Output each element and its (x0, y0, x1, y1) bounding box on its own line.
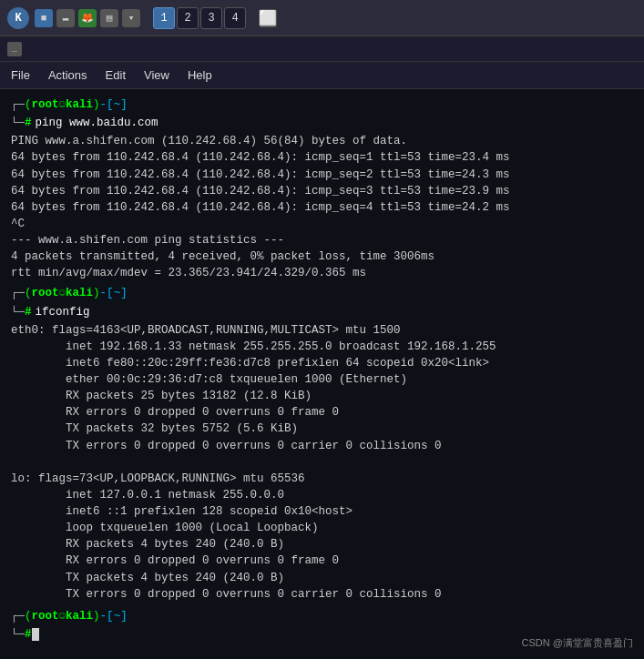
bracket-open-2: [ (107, 285, 114, 301)
hash-1: # (25, 115, 32, 131)
tab-2[interactable]: 2 (177, 7, 199, 29)
paren-open-3: ( (25, 608, 32, 624)
menu-actions[interactable]: Actions (48, 68, 87, 82)
host-3: kali (66, 608, 93, 624)
ifc-eth0-rx-errors: RX errors 0 dropped 0 overruns 0 frame 0 (11, 404, 633, 421)
ifc-eth0-inet6: inet6 fe80::20c:29ff:fe36:d7c8 prefixlen… (11, 355, 633, 371)
at-2: ☺ (59, 285, 66, 301)
ifc-lo-tx-errors: TX errors 0 dropped 0 overruns 0 carrier… (11, 586, 633, 603)
tab-1[interactable]: 1 (153, 7, 175, 29)
watermark: CSDN @满堂富贵喜盈门 (522, 636, 633, 650)
ping-output-3: 64 bytes from 110.242.68.4 (110.242.68.4… (11, 183, 633, 199)
ifc-lo-rx-errors: RX errors 0 dropped 0 overruns 0 frame 0 (11, 553, 633, 569)
ping-output-2: 64 bytes from 110.242.68.4 (110.242.68.4… (11, 167, 633, 183)
host-2: kali (66, 285, 93, 301)
icon-3[interactable]: 🦊 (78, 9, 97, 27)
ping-output-1: 64 bytes from 110.242.68.4 (110.242.68.4… (11, 149, 633, 166)
hash-3: # (25, 626, 32, 643)
terminal-content[interactable]: ┌─ ( root ☺ kali ) - [ ~ ] └─ # ping www… (0, 89, 644, 659)
ping-ctrl-c: ^C (11, 216, 633, 232)
tilde-2: ~ (114, 285, 121, 301)
terminal-top-bar: _ (0, 36, 644, 62)
icon-right[interactable]: ⬜ (259, 9, 277, 27)
ifc-eth0-ether: ether 00:0c:29:36:d7:c8 txqueuelen 1000 … (11, 371, 633, 388)
bracket-close-2: ] (120, 285, 128, 301)
host-1: kali (66, 96, 93, 113)
bracket-open-3: [ (107, 608, 114, 624)
cmd-text-1: ping www.baidu.com (36, 115, 158, 131)
terminal-cursor (32, 628, 39, 641)
ifc-lo-loop: loop txqueuelen 1000 (Local Loopback) (11, 520, 633, 536)
dash-1: ┌─ (11, 96, 25, 113)
menu-help[interactable]: Help (188, 68, 212, 82)
ifc-eth0-flags: eth0: flags=4163<UP,BROADCAST,RUNNING,MU… (11, 322, 633, 339)
title-bar: K ■ ▬ 🦊 ▤ ▾ 1 2 3 4 ⬜ (0, 0, 644, 36)
app-logo: K (7, 7, 29, 29)
at-1: ☺ (59, 96, 66, 113)
ifc-eth0-inet: inet 192.168.1.33 netmask 255.255.255.0 … (11, 339, 633, 355)
paren-close-2: ) (93, 285, 100, 301)
ifc-lo-rx-packets: RX packets 4 bytes 240 (240.0 B) (11, 536, 633, 553)
ifc-lo-inet: inet 127.0.0.1 netmask 255.0.0.0 (11, 487, 633, 503)
cmd-dash-2: └─ (11, 304, 25, 320)
bracket-close-1: ] (120, 96, 128, 113)
bracket-close-3: ] (120, 608, 128, 624)
tab-4[interactable]: 4 (224, 7, 246, 29)
tab-3[interactable]: 3 (200, 7, 222, 29)
ifc-lo-inet6: inet6 ::1 prefixlen 128 scopeid 0x10<hos… (11, 503, 633, 520)
terminal-window: _ File Actions Edit View Help ┌─ ( root … (0, 36, 644, 659)
ping-stats-1: 4 packets transmitted, 4 received, 0% pa… (11, 248, 633, 265)
menu-edit[interactable]: Edit (106, 68, 126, 82)
toolbar-icons: ■ ▬ 🦊 ▤ ▾ (35, 9, 140, 27)
ifc-eth0-tx-packets: TX packets 32 bytes 5752 (5.6 KiB) (11, 421, 633, 437)
prompt-line-2: ┌─ ( root ☺ kali ) - [ ~ ] (11, 285, 633, 301)
cmd-dash-3: └─ (11, 626, 25, 643)
ifc-eth0-tx-errors: TX errors 0 dropped 0 overruns 0 carrier… (11, 438, 633, 454)
menu-bar: File Actions Edit View Help (0, 62, 644, 89)
root-1: root (32, 96, 59, 113)
icon-2[interactable]: ▬ (56, 9, 75, 27)
cmd-text-2: ifconfig (36, 304, 90, 320)
root-3: root (32, 608, 59, 624)
hash-2: # (25, 304, 32, 320)
paren-open-2: ( (25, 285, 32, 301)
menu-file[interactable]: File (11, 68, 30, 82)
prompt-line-1: ┌─ ( root ☺ kali ) - [ ~ ] (11, 96, 633, 113)
at-3: ☺ (59, 608, 66, 624)
root-2: root (32, 285, 59, 301)
ping-stats-2: rtt min/avg/max/mdev = 23.365/23.941/24.… (11, 265, 633, 281)
ifc-lo-flags: lo: flags=73<UP,LOOPBACK,RUNNING> mtu 65… (11, 471, 633, 487)
menu-view[interactable]: View (144, 68, 169, 82)
minimize-button[interactable]: _ (7, 42, 22, 56)
dash-3: ┌─ (11, 608, 25, 624)
ifc-eth0-rx-packets: RX packets 25 bytes 13182 (12.8 KiB) (11, 388, 633, 404)
cmd-line-2: └─ # ifconfig (11, 304, 633, 320)
cmd-line-1: └─ # ping www.baidu.com (11, 115, 633, 131)
prompt-line-3: ┌─ ( root ☺ kali ) - [ ~ ] (11, 608, 633, 624)
icon-4[interactable]: ▤ (100, 9, 118, 27)
tab-group: 1 2 3 4 (153, 7, 246, 29)
ifc-blank (11, 454, 633, 471)
dash-2: ┌─ (11, 285, 25, 301)
tilde-1: ~ (114, 96, 121, 113)
paren-close-3: ) (93, 608, 100, 624)
bracket-open-1: [ (107, 96, 114, 113)
ifc-lo-tx-packets: TX packets 4 bytes 240 (240.0 B) (11, 570, 633, 586)
cmd-dash-1: └─ (11, 115, 25, 131)
paren-close-1: ) (93, 96, 100, 113)
ping-output-4: 64 bytes from 110.242.68.4 (110.242.68.4… (11, 199, 633, 216)
ping-stats-header: --- www.a.shifen.com ping statistics --- (11, 232, 633, 248)
icon-1[interactable]: ■ (35, 9, 53, 27)
ping-output-0: PING www.a.shifen.com (110.242.68.4) 56(… (11, 133, 633, 149)
tilde-3: ~ (114, 608, 121, 624)
paren-open-1: ( (25, 96, 32, 113)
icon-dropdown[interactable]: ▾ (122, 9, 140, 27)
